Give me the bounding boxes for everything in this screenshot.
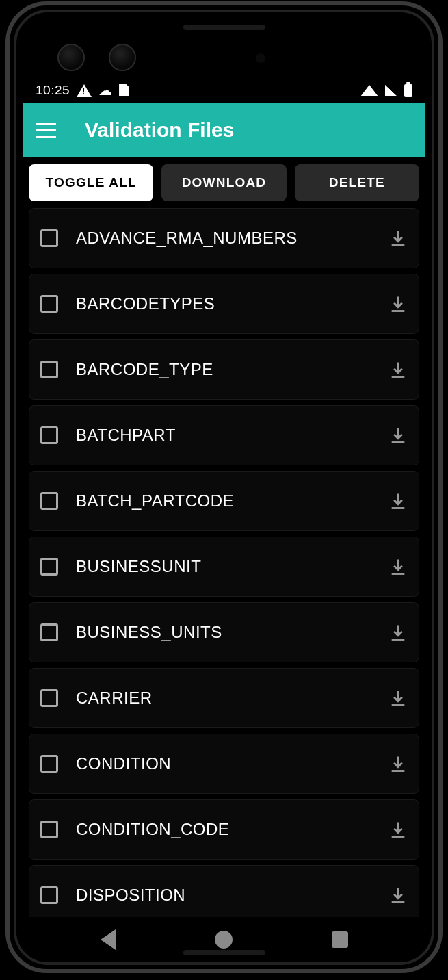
file-name-label: CARRIER (76, 688, 371, 708)
file-row[interactable]: BATCHPART (29, 405, 419, 465)
file-row[interactable]: BUSINESS_UNITS (29, 602, 419, 662)
file-name-label: CONDITION_CODE (76, 820, 371, 839)
checkbox[interactable] (40, 689, 58, 707)
phone-frame-inner: 10:25 ☁ Validation Files (14, 10, 434, 965)
file-row[interactable]: BATCH_PARTCODE (29, 471, 419, 531)
screen: 10:25 ☁ Validation Files (23, 78, 425, 917)
cloud-icon: ☁ (98, 82, 112, 99)
camera-lens (57, 44, 85, 71)
checkbox[interactable] (40, 886, 58, 904)
file-row[interactable]: CONDITION_CODE (29, 799, 419, 860)
file-name-label: BATCHPART (76, 426, 371, 445)
file-name-label: DISPOSITION (76, 886, 371, 905)
status-bar: 10:25 ☁ (23, 78, 425, 103)
toggle-all-button[interactable]: TOGGLE ALL (29, 164, 153, 201)
file-list[interactable]: ADVANCE_RMA_NUMBERSBARCODETYPESBARCODE_T… (23, 205, 425, 917)
file-name-label: BARCODETYPES (76, 294, 371, 313)
download-icon[interactable] (388, 426, 408, 445)
file-row[interactable]: CONDITION (29, 734, 419, 794)
cellular-icon (385, 85, 397, 96)
clock-text: 10:25 (36, 83, 70, 98)
file-row[interactable]: BARCODE_TYPE (29, 339, 419, 400)
checkbox[interactable] (40, 821, 58, 838)
warning-icon (77, 84, 92, 97)
download-icon[interactable] (388, 557, 408, 576)
checkbox[interactable] (40, 229, 58, 247)
app-bar: Validation Files (23, 103, 425, 157)
checkbox[interactable] (40, 295, 58, 313)
download-icon[interactable] (388, 623, 408, 642)
file-row[interactable]: BARCODETYPES (29, 274, 419, 334)
checkbox[interactable] (40, 623, 58, 641)
download-icon[interactable] (388, 688, 408, 708)
file-name-label: BUSINESSUNIT (76, 557, 371, 576)
sd-card-icon (119, 84, 129, 96)
file-row[interactable]: ADVANCE_RMA_NUMBERS (29, 208, 419, 268)
nav-recent-icon[interactable] (332, 931, 348, 948)
page-title: Validation Files (85, 118, 234, 142)
file-name-label: CONDITION (76, 754, 371, 773)
checkbox[interactable] (40, 558, 58, 576)
delete-button[interactable]: DELETE (295, 164, 419, 201)
battery-icon (404, 84, 412, 97)
checkbox[interactable] (40, 426, 58, 444)
checkbox[interactable] (40, 755, 58, 773)
file-name-label: BATCH_PARTCODE (76, 491, 371, 511)
camera-lens (109, 44, 136, 71)
menu-icon[interactable] (36, 122, 56, 138)
speaker-top (183, 25, 265, 30)
sensor-dot (256, 53, 265, 63)
file-row[interactable]: DISPOSITION (29, 865, 419, 917)
file-name-label: BUSINESS_UNITS (76, 623, 371, 642)
download-icon[interactable] (388, 820, 408, 839)
download-icon[interactable] (388, 754, 408, 773)
nav-bar (16, 917, 432, 962)
checkbox[interactable] (40, 361, 58, 378)
download-icon[interactable] (388, 294, 408, 313)
file-name-label: BARCODE_TYPE (76, 360, 371, 379)
file-row[interactable]: CARRIER (29, 668, 419, 728)
wifi-icon (360, 85, 378, 96)
download-button[interactable]: DOWNLOAD (161, 164, 286, 201)
nav-home-icon[interactable] (215, 931, 233, 949)
download-icon[interactable] (388, 229, 408, 248)
download-icon[interactable] (388, 360, 408, 379)
file-name-label: ADVANCE_RMA_NUMBERS (76, 229, 371, 248)
download-icon[interactable] (388, 491, 408, 511)
action-button-row: TOGGLE ALL DOWNLOAD DELETE (23, 157, 425, 205)
checkbox[interactable] (40, 492, 58, 510)
file-row[interactable]: BUSINESSUNIT (29, 537, 419, 597)
phone-frame-outer: 10:25 ☁ Validation Files (5, 1, 443, 973)
download-icon[interactable] (388, 886, 408, 905)
speaker-bottom (183, 950, 265, 955)
nav-back-icon[interactable] (101, 929, 116, 950)
